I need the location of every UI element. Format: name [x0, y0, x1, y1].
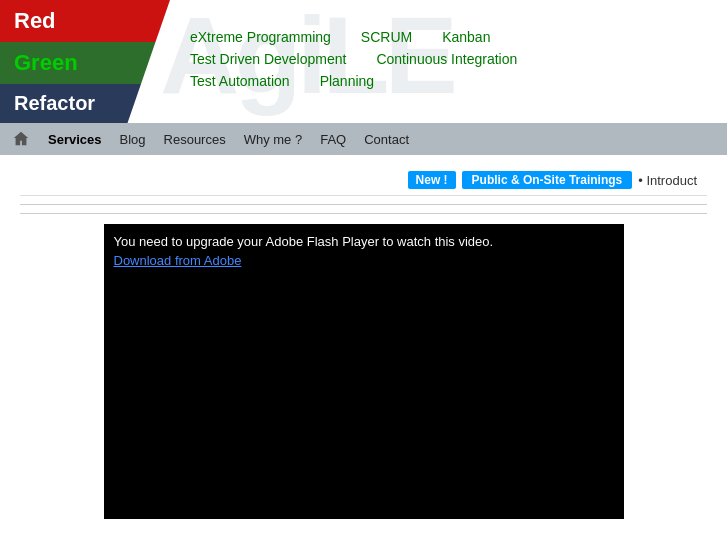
announcement-bar: New ! Public & On-Site Trainings • Intro… — [20, 165, 707, 196]
navbar-item-contact[interactable]: Contact — [356, 130, 417, 149]
main-content: New ! Public & On-Site Trainings • Intro… — [0, 155, 727, 545]
header-link-scrum[interactable]: SCRUM — [361, 29, 412, 45]
navbar-item-services[interactable]: Services — [40, 130, 110, 149]
divider-2 — [20, 213, 707, 214]
header-link-ci[interactable]: Continuous Integration — [376, 51, 517, 67]
logo-refactor: Refactor — [0, 84, 170, 123]
site-header: Red Green Refactor AgiLE eXtreme Program… — [0, 0, 727, 123]
navbar-item-blog[interactable]: Blog — [112, 130, 154, 149]
header-links: eXtreme Programming SCRUM Kanban Test Dr… — [170, 0, 727, 123]
navbar: Services Blog Resources Why me ? FAQ Con… — [0, 123, 727, 155]
header-links-row-3: Test Automation Planning — [190, 73, 707, 89]
header-links-row-2: Test Driven Development Continuous Integ… — [190, 51, 707, 67]
logo-green: Green — [0, 42, 170, 84]
intro-link[interactable]: • Introduct — [638, 173, 697, 188]
header-link-tdd[interactable]: Test Driven Development — [190, 51, 346, 67]
divider-1 — [20, 204, 707, 205]
header-link-planning[interactable]: Planning — [320, 73, 375, 89]
header-links-row-1: eXtreme Programming SCRUM Kanban — [190, 29, 707, 45]
video-container: You need to upgrade your Adobe Flash Pla… — [104, 224, 624, 519]
navbar-item-faq[interactable]: FAQ — [312, 130, 354, 149]
logo: Red Green Refactor — [0, 0, 170, 123]
header-link-kanban[interactable]: Kanban — [442, 29, 490, 45]
logo-red: Red — [0, 0, 170, 42]
flash-message: You need to upgrade your Adobe Flash Pla… — [114, 234, 614, 249]
navbar-item-resources[interactable]: Resources — [156, 130, 234, 149]
trainings-badge[interactable]: Public & On-Site Trainings — [462, 171, 633, 189]
header-link-automation[interactable]: Test Automation — [190, 73, 290, 89]
navbar-item-whyme[interactable]: Why me ? — [236, 130, 311, 149]
header-link-xp[interactable]: eXtreme Programming — [190, 29, 331, 45]
home-icon[interactable] — [10, 128, 32, 150]
flash-download-link[interactable]: Download from Adobe — [114, 253, 614, 268]
new-badge: New ! — [408, 171, 456, 189]
